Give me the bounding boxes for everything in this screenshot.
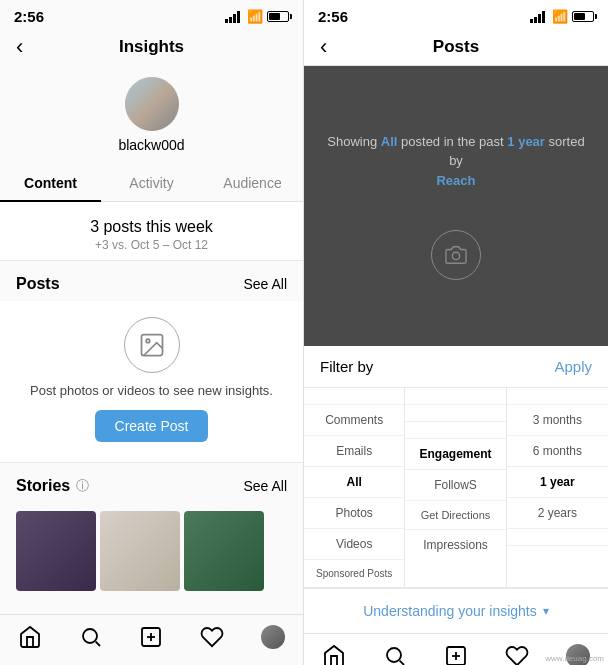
filter-item-blank4: [405, 422, 505, 439]
filter-item-blank1: [304, 388, 404, 405]
filter-item-all[interactable]: All: [304, 467, 404, 498]
right-status-bar: 2:56 📶: [304, 0, 608, 29]
tab-audience[interactable]: Audience: [202, 165, 303, 201]
username-label: blackw00d: [118, 137, 184, 153]
back-button[interactable]: ‹: [16, 34, 23, 60]
story-thumbnail[interactable]: [16, 511, 96, 591]
nav-profile[interactable]: [261, 625, 285, 649]
right-signal-bars-icon: [530, 11, 545, 23]
right-back-button[interactable]: ‹: [320, 34, 327, 60]
story-thumbnail[interactable]: [100, 511, 180, 591]
left-bottom-nav: [0, 614, 303, 665]
watermark: www.deuag.com: [545, 654, 604, 663]
story-thumbnails: [0, 503, 303, 599]
tab-content[interactable]: Content: [0, 165, 101, 201]
filter-col-metrics: Engagement FollowS Get Directions Impres…: [405, 388, 506, 587]
posts-header: Posts See All: [0, 261, 303, 301]
banner-reach-link[interactable]: Reach: [436, 173, 475, 188]
filter-item-2years[interactable]: 2 years: [507, 498, 608, 529]
understanding-insights-row[interactable]: Understanding your insights ▾: [304, 588, 608, 633]
right-search-icon: [383, 644, 407, 665]
right-page-title: Posts: [433, 37, 479, 57]
stories-section: [0, 503, 303, 614]
filter-item-blank5: [507, 388, 608, 405]
right-nav-heart[interactable]: [505, 644, 529, 665]
svg-line-3: [96, 642, 100, 646]
stats-section: 3 posts this week +3 vs. Oct 5 – Oct 12: [0, 202, 303, 261]
posts-empty-state: Post photos or videos to see new insight…: [0, 301, 303, 463]
right-nav-plus[interactable]: [444, 644, 468, 665]
stories-title: Stories: [16, 477, 70, 495]
wifi-icon: 📶: [247, 9, 263, 24]
signal-bars-icon: [225, 11, 240, 23]
right-status-icons: 📶: [530, 9, 594, 24]
banner-description: Showing All posted in the past 1 year so…: [320, 132, 592, 191]
nav-heart[interactable]: [200, 625, 224, 649]
right-nav-home[interactable]: [322, 644, 346, 665]
stories-header: Stories ⓘ See All: [0, 463, 303, 503]
filter-item-photos[interactable]: Photos: [304, 498, 404, 529]
left-header: ‹ Insights: [0, 29, 303, 65]
create-post-button[interactable]: Create Post: [95, 410, 209, 442]
filter-item-blank6: [507, 529, 608, 546]
info-icon: ⓘ: [76, 477, 89, 495]
filter-item-blank3: [405, 405, 505, 422]
filter-item-follows[interactable]: FollowS: [405, 470, 505, 501]
banner-all-link[interactable]: All: [381, 134, 398, 149]
posts-title: Posts: [16, 275, 60, 293]
filter-item-engagement[interactable]: Engagement: [405, 439, 505, 470]
tab-activity[interactable]: Activity: [101, 165, 202, 201]
right-home-icon: [322, 644, 346, 665]
filter-item-sponsored[interactable]: Sponsored Posts: [304, 560, 404, 587]
plus-icon: [139, 625, 163, 649]
chevron-down-icon: ▾: [543, 604, 549, 618]
right-battery-icon: [572, 11, 594, 22]
nav-home[interactable]: [18, 625, 42, 649]
right-header: ‹ Posts: [304, 29, 608, 66]
posts-see-all[interactable]: See All: [243, 276, 287, 292]
empty-posts-icon: [124, 317, 180, 373]
filter-item-6months[interactable]: 6 months: [507, 436, 608, 467]
banner-text-prefix: Showing: [327, 134, 380, 149]
svg-line-9: [400, 661, 404, 665]
filter-item-emails[interactable]: Emails: [304, 436, 404, 467]
avatar: [125, 77, 179, 131]
nav-search[interactable]: [79, 625, 103, 649]
understanding-insights-text: Understanding your insights: [363, 603, 537, 619]
filter-item-get-directions[interactable]: Get Directions: [405, 501, 505, 530]
svg-point-7: [452, 253, 459, 260]
right-heart-icon: [505, 644, 529, 665]
page-title: Insights: [119, 37, 184, 57]
filter-item-blank2: [405, 388, 505, 405]
filter-row: Filter by Apply: [304, 346, 608, 388]
battery-icon: [267, 11, 289, 22]
tabs-bar: Content Activity Audience: [0, 165, 303, 202]
left-status-icons: 📶: [225, 9, 289, 24]
story-thumbnail[interactable]: [184, 511, 264, 591]
apply-button[interactable]: Apply: [554, 358, 592, 375]
svg-point-1: [146, 339, 150, 343]
camera-icon: [431, 230, 481, 280]
filter-options: Comments Emails All Photos Videos Sponso…: [304, 388, 608, 588]
posts-banner: Showing All posted in the past 1 year so…: [304, 66, 608, 346]
filter-label: Filter by: [320, 358, 373, 375]
nav-plus[interactable]: [139, 625, 163, 649]
svg-point-8: [387, 648, 401, 662]
empty-state-text: Post photos or videos to see new insight…: [30, 383, 273, 398]
banner-year-link[interactable]: 1 year: [507, 134, 545, 149]
filter-item-videos[interactable]: Videos: [304, 529, 404, 560]
heart-icon: [200, 625, 224, 649]
filter-item-comments[interactable]: Comments: [304, 405, 404, 436]
right-plus-icon: [444, 644, 468, 665]
filter-item-1year[interactable]: 1 year: [507, 467, 608, 498]
stats-main-text: 3 posts this week: [0, 218, 303, 236]
camera-svg-icon: [445, 244, 467, 266]
filter-col-category: Comments Emails All Photos Videos Sponso…: [304, 388, 405, 587]
filter-item-3months[interactable]: 3 months: [507, 405, 608, 436]
stats-sub-text: +3 vs. Oct 5 – Oct 12: [0, 238, 303, 252]
stories-see-all[interactable]: See All: [243, 478, 287, 494]
right-nav-search[interactable]: [383, 644, 407, 665]
filter-col-time: 3 months 6 months 1 year 2 years: [507, 388, 608, 587]
profile-section: blackw00d: [0, 65, 303, 161]
filter-item-impressions[interactable]: Impressions: [405, 530, 505, 560]
